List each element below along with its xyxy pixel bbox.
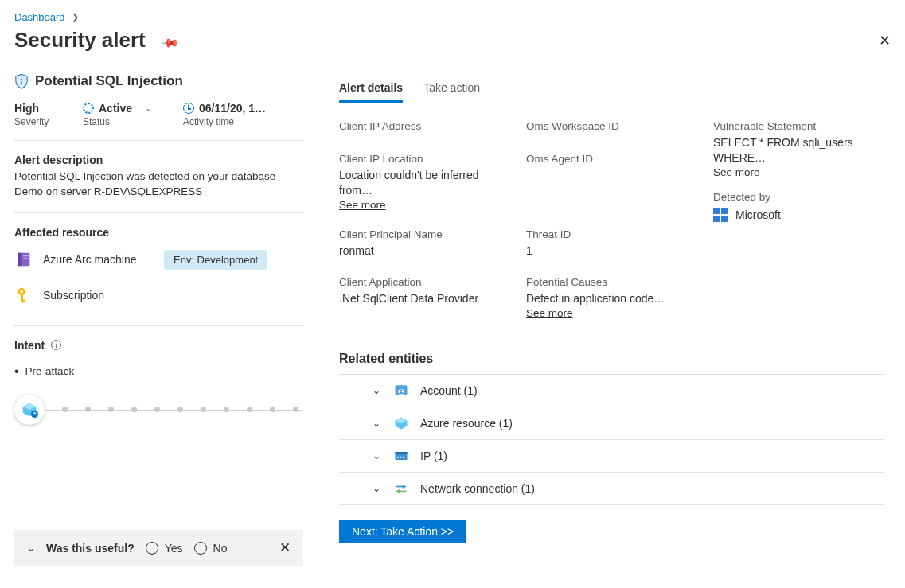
chevron-down-icon: ⌄ (371, 483, 382, 494)
status-value: Active (99, 102, 132, 115)
radio-icon (146, 542, 158, 555)
account-icon (393, 383, 409, 399)
svg-marker-25 (396, 489, 400, 493)
entity-count: (1) (463, 384, 477, 397)
entity-row-azure-resource[interactable]: ⌄ Azure resource (1) (339, 407, 884, 440)
network-icon (393, 481, 409, 496)
intent-heading: Intent (14, 339, 45, 352)
detail-value: 1 (526, 243, 697, 259)
right-pane: Alert details Take action Client IP Addr… (318, 64, 905, 580)
activity-label: Activity time (183, 116, 303, 127)
detail-key: Oms Workspace ID (526, 120, 697, 132)
svg-point-0 (21, 79, 22, 80)
detail-key: Client Principal Name (339, 228, 510, 240)
close-icon[interactable]: ✕ (279, 539, 291, 556)
svg-point-16 (400, 389, 402, 391)
entity-row-ip[interactable]: ⌄ IP (1) (339, 440, 884, 473)
intent-stage: Pre-attack (14, 364, 303, 379)
stat-severity: High Severity (14, 102, 78, 127)
title-row: Security alert 📌 ✕ (0, 23, 905, 64)
ip-icon (393, 448, 409, 464)
useful-no[interactable]: No (194, 542, 228, 555)
server-icon (14, 250, 33, 269)
chevron-down-icon[interactable]: ⌄ (145, 103, 153, 114)
svg-marker-24 (403, 485, 407, 489)
close-icon[interactable]: ✕ (879, 32, 891, 49)
alert-description: Potential SQL Injection was detected on … (14, 169, 303, 200)
detail-value: Microsoft (735, 208, 781, 223)
activity-value: 06/11/20, 1… (199, 102, 266, 115)
detail-key: Client IP Address (339, 120, 510, 132)
chevron-right-icon: ❯ (72, 12, 79, 22)
entity-row-network-connection[interactable]: ⌄ Network connection (1) (339, 473, 884, 505)
related-entities-list: ⌄ Account (1) ⌄ Azure resource (1) (339, 374, 884, 505)
info-icon[interactable]: i (51, 340, 61, 350)
detail-key: Potential Causes (526, 276, 697, 288)
svg-point-23 (403, 456, 404, 458)
spinner-icon (83, 103, 94, 114)
entity-label: Network connection (420, 482, 518, 495)
affected-resource-heading: Affected resource (14, 226, 303, 239)
detail-oms-workspace: Oms Workspace ID (526, 120, 697, 135)
detail-key: Threat ID (526, 228, 697, 240)
alert-description-heading: Alert description (14, 154, 303, 166)
see-more-link[interactable]: See more (526, 307, 573, 319)
resource-item-subscription[interactable]: Subscription (14, 278, 303, 313)
svg-point-13 (34, 413, 35, 414)
entity-row-account[interactable]: ⌄ Account (1) (339, 375, 884, 407)
see-more-link[interactable]: See more (713, 166, 760, 178)
see-more-link[interactable]: See more (339, 199, 386, 211)
entity-label: IP (420, 450, 431, 462)
svg-rect-3 (18, 253, 22, 267)
severity-label: Severity (14, 116, 78, 127)
detail-client-ip-location: Client IP Location Location couldn't be … (339, 153, 510, 211)
detail-client-ip: Client IP Address (339, 120, 510, 135)
tabs: Alert details Take action (339, 81, 884, 103)
tab-take-action[interactable]: Take action (423, 81, 480, 103)
detail-detected-by: Detected by Microsoft (713, 191, 884, 223)
entity-label: Azure resource (420, 417, 496, 430)
svg-rect-9 (21, 299, 25, 302)
svg-rect-1 (21, 81, 21, 84)
useful-bar: ⌄ Was this useful? Yes No ✕ (14, 530, 303, 566)
page-title: Security alert 📌 (14, 28, 177, 53)
left-pane: Potential SQL Injection High Severity Ac… (0, 64, 318, 580)
detail-oms-agent: Oms Agent ID (526, 153, 697, 211)
detail-value: .Net SqlClient Data Provider (339, 291, 510, 306)
svg-point-12 (31, 411, 38, 418)
entity-count: (1) (434, 450, 447, 462)
detail-threat-id: Threat ID 1 (526, 228, 697, 259)
stat-status[interactable]: Active ⌄ Status (83, 102, 178, 127)
env-tag: Env: Development (164, 250, 267, 270)
related-entities-heading: Related entities (339, 352, 884, 366)
useful-question: Was this useful? (46, 542, 135, 555)
entity-count: (1) (521, 482, 535, 495)
detail-key: Client IP Location (339, 153, 510, 165)
microsoft-logo-icon (713, 208, 728, 222)
useful-yes[interactable]: Yes (146, 542, 183, 555)
breadcrumb-dashboard-link[interactable]: Dashboard (14, 11, 65, 23)
svg-rect-20 (396, 452, 408, 454)
detail-client-principal: Client Principal Name ronmat (339, 228, 510, 259)
chain-start-node[interactable] (14, 395, 45, 425)
resource-item-arc[interactable]: Azure Arc machine Env: Development (14, 242, 303, 278)
status-label: Status (83, 116, 178, 127)
entity-label: Account (420, 384, 461, 397)
detail-key: Oms Agent ID (526, 153, 697, 165)
pin-icon[interactable]: 📌 (159, 33, 180, 53)
tab-alert-details[interactable]: Alert details (339, 81, 403, 103)
radio-icon (194, 542, 207, 555)
chevron-down-icon[interactable]: ⌄ (27, 543, 35, 554)
cube-icon (393, 415, 409, 431)
chevron-down-icon: ⌄ (371, 450, 382, 461)
entity-count: (1) (499, 417, 513, 430)
svg-rect-4 (23, 255, 28, 257)
detail-vulnerable-statement: Vulnerable Statement SELECT * FROM sqli_… (713, 120, 884, 178)
next-take-action-button[interactable]: Next: Take Action >> (339, 520, 466, 543)
clock-icon (183, 103, 194, 114)
detail-potential-causes: Potential Causes Defect in application c… (526, 276, 697, 319)
key-icon (14, 286, 33, 305)
svg-rect-5 (23, 258, 28, 259)
severity-value: High (14, 102, 78, 115)
detail-key: Client Application (339, 276, 510, 288)
